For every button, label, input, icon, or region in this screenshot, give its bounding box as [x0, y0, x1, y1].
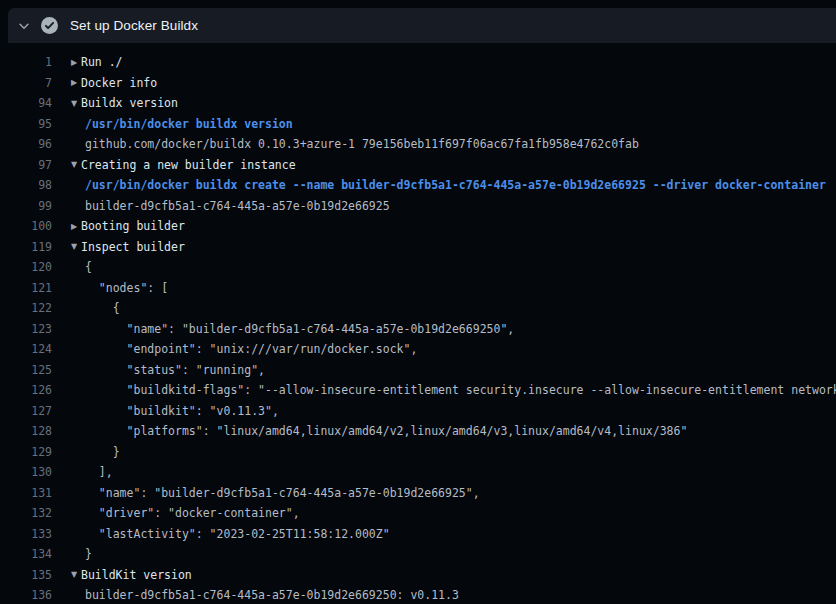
check-circle-icon	[41, 17, 58, 34]
output-text: "name": "builder-d9cfb5a1-c764-445a-a57e…	[85, 486, 480, 500]
log-line: 125 "status": "running",	[0, 360, 836, 381]
log-line: 122 {	[0, 298, 836, 319]
log-line: 124 "endpoint": "unix:///var/run/docker.…	[0, 339, 836, 360]
line-number-link[interactable]: 122	[0, 301, 52, 315]
line-number-link[interactable]: 100	[0, 219, 52, 233]
triangle-right-icon: ▶	[68, 222, 80, 231]
output-text: "buildkit": "v0.11.3",	[85, 404, 279, 418]
log-line: 1▶Run ./	[0, 52, 836, 73]
output-text: {	[85, 260, 92, 274]
log-line: 7▶Docker info	[0, 73, 836, 94]
line-number-link[interactable]: 129	[0, 445, 52, 459]
group-title[interactable]: Buildx version	[81, 96, 178, 110]
output-text: "driver": "docker-container",	[85, 506, 300, 520]
log-line: 97▼Creating a new builder instance	[0, 155, 836, 176]
line-number-link[interactable]: 94	[0, 96, 52, 110]
line-number-link[interactable]: 134	[0, 547, 52, 561]
line-number-link[interactable]: 128	[0, 424, 52, 438]
line-number-link[interactable]: 133	[0, 527, 52, 541]
log-line: 95/usr/bin/docker buildx version	[0, 114, 836, 135]
output-text: github.com/docker/buildx 0.10.3+azure-1 …	[85, 137, 639, 151]
triangle-down-icon: ▼	[68, 242, 80, 251]
step-title: Set up Docker Buildx	[70, 18, 198, 33]
log-line: 126 "buildkitd-flags": "--allow-insecure…	[0, 380, 836, 401]
output-text: {	[85, 301, 120, 315]
line-number-link[interactable]: 124	[0, 342, 52, 356]
line-number-link[interactable]: 125	[0, 363, 52, 377]
triangle-down-icon: ▼	[68, 160, 80, 169]
log-line: 136builder-d9cfb5a1-c764-445a-a57e-0b19d…	[0, 585, 836, 604]
output-text: "nodes": [	[85, 281, 168, 295]
output-text: ],	[85, 465, 113, 479]
group-title[interactable]: Docker info	[81, 76, 157, 90]
log-line: 132 "driver": "docker-container",	[0, 503, 836, 524]
output-text: "platforms": "linux/amd64,linux/amd64/v2…	[85, 424, 687, 438]
line-number-link[interactable]: 95	[0, 117, 52, 131]
triangle-down-icon: ▼	[68, 570, 80, 579]
log-line: 128 "platforms": "linux/amd64,linux/amd6…	[0, 421, 836, 442]
log-line: 134}	[0, 544, 836, 565]
log-line: 127 "buildkit": "v0.11.3",	[0, 401, 836, 422]
log-line: 135▼BuildKit version	[0, 565, 836, 586]
output-text: }	[85, 445, 120, 459]
line-number-link[interactable]: 136	[0, 588, 52, 602]
group-title[interactable]: BuildKit version	[81, 568, 192, 582]
output-text: }	[85, 547, 92, 561]
line-number-link[interactable]: 131	[0, 486, 52, 500]
group-title[interactable]: Inspect builder	[81, 240, 185, 254]
output-text: builder-d9cfb5a1-c764-445a-a57e-0b19d2e6…	[85, 588, 459, 602]
line-number-link[interactable]: 97	[0, 158, 52, 172]
output-text: "name": "builder-d9cfb5a1-c764-445a-a57e…	[85, 322, 514, 336]
line-number-link[interactable]: 123	[0, 322, 52, 336]
output-text: "lastActivity": "2023-02-25T11:58:12.000…	[85, 527, 390, 541]
line-number-link[interactable]: 121	[0, 281, 52, 295]
log-line: 94▼Buildx version	[0, 93, 836, 114]
log-output[interactable]: 1▶Run ./7▶Docker info94▼Buildx version95…	[0, 43, 836, 604]
log-line: 121 "nodes": [	[0, 278, 836, 299]
triangle-right-icon: ▶	[68, 58, 80, 67]
chevron-down-icon[interactable]	[16, 18, 32, 34]
log-line: 99builder-d9cfb5a1-c764-445a-a57e-0b19d2…	[0, 196, 836, 217]
output-text: builder-d9cfb5a1-c764-445a-a57e-0b19d2e6…	[85, 199, 390, 213]
log-line: 123 "name": "builder-d9cfb5a1-c764-445a-…	[0, 319, 836, 340]
step-header[interactable]: Set up Docker Buildx	[8, 8, 836, 43]
group-title[interactable]: Creating a new builder instance	[81, 158, 296, 172]
line-number-link[interactable]: 99	[0, 199, 52, 213]
log-line: 98/usr/bin/docker buildx create --name b…	[0, 175, 836, 196]
output-text: "status": "running",	[85, 363, 265, 377]
line-number-link[interactable]: 126	[0, 383, 52, 397]
command-text: /usr/bin/docker buildx create --name bui…	[85, 178, 826, 192]
log-line: 119▼Inspect builder	[0, 237, 836, 258]
output-text: "endpoint": "unix:///var/run/docker.sock…	[85, 342, 417, 356]
line-number-link[interactable]: 135	[0, 568, 52, 582]
line-number-link[interactable]: 127	[0, 404, 52, 418]
log-line: 131 "name": "builder-d9cfb5a1-c764-445a-…	[0, 483, 836, 504]
log-line: 96github.com/docker/buildx 0.10.3+azure-…	[0, 134, 836, 155]
line-number-link[interactable]: 98	[0, 178, 52, 192]
log-line: 100▶Booting builder	[0, 216, 836, 237]
line-number-link[interactable]: 132	[0, 506, 52, 520]
log-line: 120{	[0, 257, 836, 278]
workflow-log-viewer: Set up Docker Buildx 1▶Run ./7▶Docker in…	[0, 0, 836, 604]
line-number-link[interactable]: 119	[0, 240, 52, 254]
line-number-link[interactable]: 96	[0, 137, 52, 151]
output-text: "buildkitd-flags": "--allow-insecure-ent…	[85, 383, 836, 397]
command-text: /usr/bin/docker buildx version	[85, 117, 293, 131]
log-line: 133 "lastActivity": "2023-02-25T11:58:12…	[0, 524, 836, 545]
log-line: 130 ],	[0, 462, 836, 483]
line-number-link[interactable]: 130	[0, 465, 52, 479]
log-line: 129 }	[0, 442, 836, 463]
triangle-right-icon: ▶	[68, 78, 80, 87]
group-title[interactable]: Run ./	[81, 55, 123, 69]
line-number-link[interactable]: 1	[0, 55, 52, 69]
group-title[interactable]: Booting builder	[81, 219, 185, 233]
triangle-down-icon: ▼	[68, 99, 80, 108]
line-number-link[interactable]: 7	[0, 76, 52, 90]
line-number-link[interactable]: 120	[0, 260, 52, 274]
